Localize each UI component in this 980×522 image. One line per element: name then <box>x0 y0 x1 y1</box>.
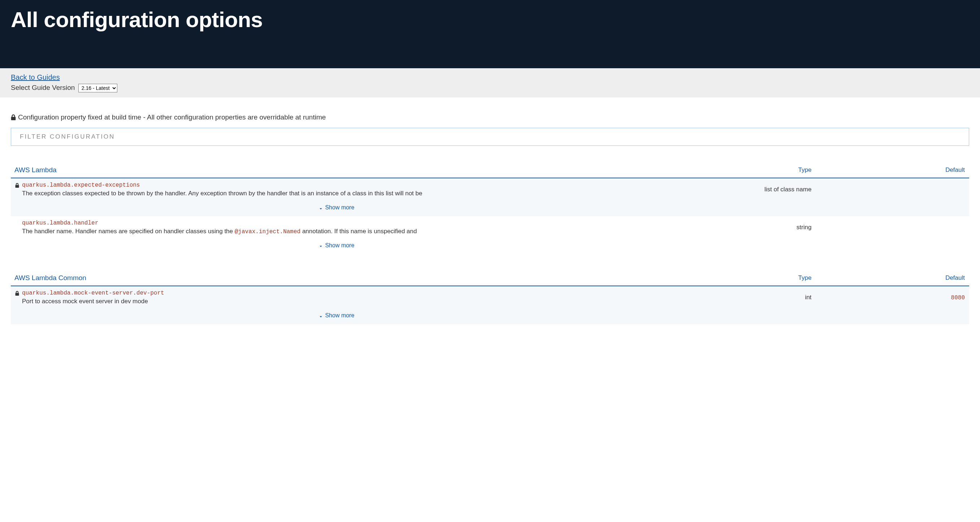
show-more-cell: Show more <box>11 201 663 216</box>
chevron-down-icon <box>319 243 323 247</box>
property-line: quarkus.lambda.expected-exceptions <box>15 182 658 188</box>
desc-text: The handler name. Handler names are spec… <box>22 228 235 235</box>
page-title: All configuration options <box>11 7 969 32</box>
desc-text: annotation. If this name is unspecified … <box>301 228 417 235</box>
section-title[interactable]: AWS Lambda <box>11 162 663 178</box>
property-line: quarkus.lambda.handler <box>15 220 658 226</box>
type-cell: string <box>663 216 816 239</box>
hero: All configuration options <box>0 0 980 68</box>
desc-text: The exception classes expected to be thr… <box>22 190 422 197</box>
lock-icon <box>15 291 19 296</box>
show-more-cell: Show more <box>11 309 663 324</box>
default-header[interactable]: Default <box>816 271 969 286</box>
property-description: The handler name. Handler names are spec… <box>22 228 658 235</box>
config-row: quarkus.lambda.mock-event-server.dev-por… <box>11 286 969 309</box>
filter-input[interactable] <box>11 128 969 146</box>
chevron-down-icon <box>319 206 323 210</box>
default-cell: 8080 <box>816 286 969 309</box>
inline-code: @javax.inject.Named <box>235 229 301 235</box>
property-cell: quarkus.lambda.handlerThe handler name. … <box>11 216 663 239</box>
show-more-button[interactable]: Show more <box>319 204 354 211</box>
content: Configuration property fixed at build ti… <box>0 97 980 324</box>
type-header[interactable]: Type <box>663 162 816 178</box>
subheader: Back to Guides Select Guide Version 2.16… <box>0 68 980 97</box>
lock-icon <box>11 115 16 120</box>
show-more-button[interactable]: Show more <box>319 242 354 249</box>
config-section: AWS Lambda CommonTypeDefaultquarkus.lamb… <box>11 271 969 324</box>
show-more-button[interactable]: Show more <box>319 312 354 319</box>
default-cell <box>816 216 969 239</box>
version-select[interactable]: 2.16 - Latest <box>78 84 117 92</box>
default-value: 8080 <box>951 294 965 301</box>
default-cell <box>816 178 969 201</box>
version-label: Select Guide Version <box>11 84 75 91</box>
build-time-note: Configuration property fixed at build ti… <box>11 113 969 121</box>
config-table: AWS Lambda CommonTypeDefaultquarkus.lamb… <box>11 271 969 324</box>
back-to-guides-link[interactable]: Back to Guides <box>11 73 60 81</box>
version-row: Select Guide Version 2.16 - Latest <box>11 84 969 92</box>
property-cell: quarkus.lambda.expected-exceptionsThe ex… <box>11 178 663 201</box>
type-cell: int <box>663 286 816 309</box>
property-cell: quarkus.lambda.mock-event-server.dev-por… <box>11 286 663 309</box>
property-key[interactable]: quarkus.lambda.handler <box>22 220 98 226</box>
desc-text: Port to access mock event server in dev … <box>22 298 148 305</box>
show-more-cell: Show more <box>11 239 663 254</box>
property-key[interactable]: quarkus.lambda.mock-event-server.dev-por… <box>22 290 164 296</box>
type-cell: list of class name <box>663 178 816 201</box>
chevron-down-icon <box>319 314 323 318</box>
property-key[interactable]: quarkus.lambda.expected-exceptions <box>22 182 140 188</box>
property-line: quarkus.lambda.mock-event-server.dev-por… <box>15 290 658 296</box>
type-header[interactable]: Type <box>663 271 816 286</box>
property-description: The exception classes expected to be thr… <box>22 190 658 197</box>
lock-icon <box>15 183 19 188</box>
config-table: AWS LambdaTypeDefaultquarkus.lambda.expe… <box>11 162 969 254</box>
property-description: Port to access mock event server in dev … <box>22 298 658 305</box>
section-title[interactable]: AWS Lambda Common <box>11 271 663 286</box>
config-row: quarkus.lambda.expected-exceptionsThe ex… <box>11 178 969 201</box>
show-more-row: Show more <box>11 239 969 254</box>
show-more-row: Show more <box>11 309 969 324</box>
show-more-row: Show more <box>11 201 969 216</box>
build-time-note-text: Configuration property fixed at build ti… <box>18 113 326 121</box>
config-row: quarkus.lambda.handlerThe handler name. … <box>11 216 969 239</box>
config-section: AWS LambdaTypeDefaultquarkus.lambda.expe… <box>11 162 969 254</box>
default-header[interactable]: Default <box>816 162 969 178</box>
